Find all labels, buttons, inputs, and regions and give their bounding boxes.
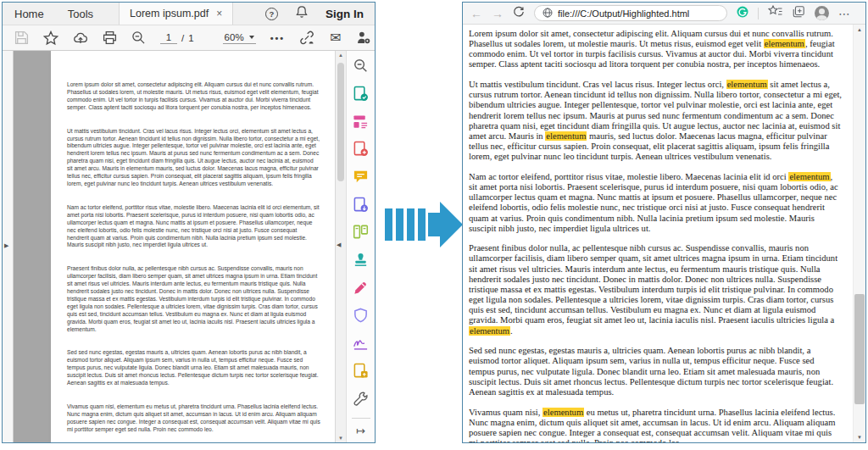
scroll-up-icon[interactable]: ▲ xyxy=(857,27,862,32)
address-bar[interactable]: file:///C:/Output/Highlighted.html xyxy=(534,5,727,21)
highlighted-term: elementum xyxy=(542,408,584,417)
pdf-content-area: ▶ Lorem ipsum dolor sit amet, consectetu… xyxy=(3,51,375,442)
highlighted-term: elementum xyxy=(469,326,510,336)
forward-icon[interactable]: → xyxy=(492,8,504,19)
pdf-tools-panel: ◀ xyxy=(346,51,375,442)
collapse-tools-panel-icon[interactable]: ◀ xyxy=(337,242,341,248)
expand-nav-pane-icon[interactable]: ▶ xyxy=(4,242,8,249)
browser-window: ← → file:///C:/Output/Highlighted.html ⋯… xyxy=(462,2,866,443)
tools-panel-divider xyxy=(352,418,370,419)
zoom-level-dropdown[interactable]: 60% xyxy=(223,32,256,44)
pdf-toolbar: 1 / 1 60% ••• ✉ xyxy=(3,25,375,51)
highlighted-term: elementum xyxy=(545,131,587,141)
url-text[interactable]: file:///C:/Output/Highlighted.html xyxy=(558,8,689,19)
save-icon[interactable] xyxy=(14,31,29,45)
pdf-viewer-window: Home Tools Lorem ipsum.pdf × ? Sign In xyxy=(2,2,376,443)
zoom-out-icon[interactable] xyxy=(131,31,146,45)
paragraph: Ut mattis vestibulum tincidunt. Cras vel… xyxy=(67,128,320,188)
paragraph: Nam ac tortor eleifend, porttitor risus … xyxy=(67,204,320,249)
tab-document[interactable]: Lorem ipsum.pdf × xyxy=(119,3,233,25)
share-link-icon[interactable] xyxy=(299,31,315,45)
fill-sign-tool-icon[interactable] xyxy=(352,280,370,297)
comment-tool-icon[interactable] xyxy=(352,169,370,186)
open-tools-panel-icon[interactable]: ↦ xyxy=(356,425,365,437)
browser-scrollbar[interactable]: ▲ ▼ xyxy=(853,25,865,442)
more-tools-button[interactable]: ••• xyxy=(270,33,286,43)
paragraph: Vivamus quam nisi, elementum eu metus ut… xyxy=(67,403,320,434)
paragraph: Praesent finibus dolor nulla, ac pellent… xyxy=(67,265,320,333)
combine-files-tool-icon[interactable] xyxy=(352,196,370,213)
paragraph: Praesent finibus dolor nulla, ac pellent… xyxy=(469,243,842,336)
highlighted-term: elementum xyxy=(788,172,830,181)
browser-content-area: Lorem ipsum dolor sit amet, consectetur … xyxy=(463,25,865,442)
favorites-icon[interactable] xyxy=(768,5,782,21)
avatar-body xyxy=(816,15,827,20)
zoom-level-value: 60% xyxy=(225,32,244,42)
page-navigation: 1 / 1 xyxy=(160,32,194,44)
edit-pdf-tool-icon[interactable] xyxy=(352,113,370,130)
user-settings-icon[interactable] xyxy=(356,31,371,45)
globe-icon xyxy=(542,6,553,21)
browser-scrollbar-thumb[interactable] xyxy=(854,294,865,404)
refresh-icon[interactable] xyxy=(513,6,525,21)
scroll-up-icon[interactable]: ▲ xyxy=(338,53,343,58)
page-total: 1 xyxy=(188,33,193,43)
pdf-nav-pane-collapsed[interactable]: ▶ xyxy=(3,51,14,442)
pdf-tab-bar: Home Tools Lorem ipsum.pdf × ? Sign In xyxy=(3,3,375,25)
export-pdf-tool-icon[interactable] xyxy=(352,86,370,103)
pdf-page: Lorem ipsum dolor sit amet, consectetur … xyxy=(51,51,335,442)
scroll-down-icon[interactable]: ▼ xyxy=(857,435,862,440)
pdf-scrollbar-thumb[interactable] xyxy=(337,63,344,181)
certificates-tool-icon[interactable] xyxy=(352,335,370,352)
paragraph: Lorem ipsum dolor sit amet, consectetur … xyxy=(469,29,842,70)
search-tool-icon[interactable] xyxy=(352,58,370,75)
share-cloud-icon[interactable] xyxy=(73,31,88,45)
page-separator: / xyxy=(181,33,184,43)
tab-home[interactable]: Home xyxy=(3,3,56,25)
more-tools-icon[interactable] xyxy=(352,390,370,407)
protect-tool-icon[interactable] xyxy=(352,307,370,324)
organize-pages-tool-icon[interactable] xyxy=(352,224,370,241)
highlighted-term: elementum xyxy=(764,39,805,48)
paragraph: Nam ac tortor eleifend, porttitor risus … xyxy=(469,172,842,234)
tab-tools[interactable]: Tools xyxy=(56,3,105,25)
toolbar-divider xyxy=(758,8,759,19)
print-icon[interactable] xyxy=(103,31,117,45)
conversion-arrow xyxy=(383,200,465,249)
page-number-input[interactable]: 1 xyxy=(160,32,177,44)
paragraph: Vivamus quam nisi, elementum eu metus ut… xyxy=(469,408,842,443)
grammar-extension-icon[interactable] xyxy=(737,6,748,21)
back-icon[interactable]: ← xyxy=(470,8,482,19)
chevron-down-icon xyxy=(249,36,254,39)
bell-icon[interactable] xyxy=(295,5,309,22)
avatar-head xyxy=(819,8,825,14)
browser-text: Lorem ipsum dolor sit amet, consectetur … xyxy=(469,29,842,442)
optimize-pdf-tool-icon[interactable] xyxy=(352,363,370,380)
help-icon[interactable]: ? xyxy=(265,8,278,20)
collections-icon[interactable] xyxy=(792,5,805,22)
scroll-down-icon[interactable]: ▼ xyxy=(338,436,343,441)
stamp-tool-icon[interactable] xyxy=(352,252,370,269)
highlighted-term: elementum xyxy=(726,80,768,89)
create-pdf-tool-icon[interactable] xyxy=(352,141,370,158)
document-tab-label: Lorem ipsum.pdf xyxy=(130,8,209,19)
profile-avatar[interactable] xyxy=(815,6,829,20)
sign-in-button[interactable]: Sign In xyxy=(326,8,364,20)
email-icon[interactable]: ✉ xyxy=(330,31,341,45)
paragraph: Sed sed nunc egestas, egestas mauris a, … xyxy=(67,349,320,387)
pdf-page-text: Lorem ipsum dolor sit amet, consectetur … xyxy=(67,81,320,434)
star-icon[interactable] xyxy=(43,31,58,46)
paragraph: Sed sed nunc egestas, egestas mauris a, … xyxy=(469,346,842,397)
paragraph: Lorem ipsum dolor sit amet, consectetur … xyxy=(67,81,320,112)
close-tab-icon[interactable]: × xyxy=(216,8,222,19)
paragraph: Ut mattis vestibulum tincidunt. Cras vel… xyxy=(469,80,842,162)
browser-menu-icon[interactable]: ⋯ xyxy=(838,8,850,19)
browser-toolbar: ← → file:///C:/Output/Highlighted.html ⋯ xyxy=(463,3,865,25)
